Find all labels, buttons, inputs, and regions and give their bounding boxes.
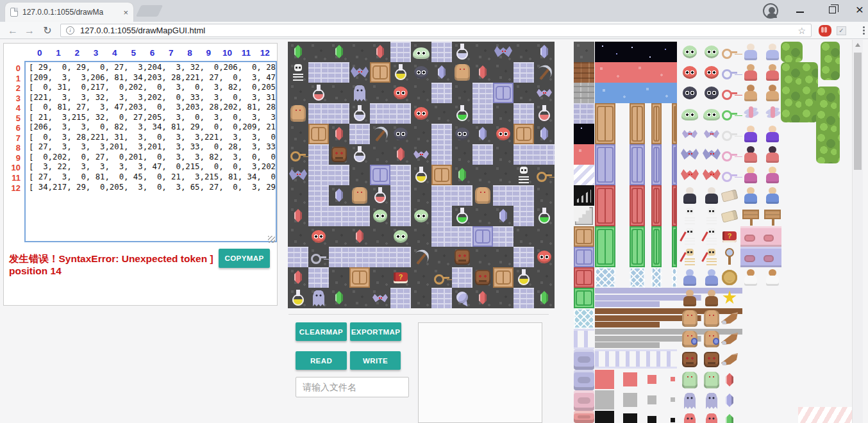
palette-tile-blue-robot-skeleton[interactable] [680,267,700,288]
map-tile-purple-brick-wall[interactable] [349,247,370,267]
map-tile-gray-ball-monster[interactable] [411,62,431,83]
map-tile-purple-brick-wall[interactable] [493,226,513,247]
browser-tab[interactable]: 127.0.0.1:1055/drawMa × [5,3,133,22]
map-tile-dark-stone-floor[interactable] [534,267,555,288]
map-tile-red-ball-monster[interactable] [411,103,431,124]
map-tile-dark-stone-floor[interactable] [472,42,493,62]
palette-tile-brown-wing[interactable] [719,349,740,370]
palette-tile-red-ground-strip[interactable] [595,62,677,83]
map-tile-purple-brick-wall[interactable] [329,62,349,83]
map-tile-purple-brick-wall[interactable] [308,62,329,83]
palette-tile-lattice-8[interactable] [672,267,677,288]
palette-tile-dark-stone-tile[interactable] [574,42,594,62]
map-tile-purple-gem[interactable] [534,124,555,144]
close-button[interactable]: × [845,0,868,19]
map-tile-purple-brick-wall[interactable] [513,62,534,83]
scrollbar-thumb[interactable] [854,53,862,170]
map-tile-green-potion[interactable] [534,206,555,226]
palette-tile-purple-double-door-8[interactable] [672,144,677,185]
map-tile-stone-face-totem[interactable] [472,267,493,288]
map-tile-green-gem[interactable] [288,42,308,62]
palette-tile-purple-double-door-16[interactable] [651,144,662,185]
map-tile-dark-stone-floor[interactable] [411,124,431,144]
map-tile-golem[interactable] [349,185,370,206]
map-tile-red-gem[interactable] [472,288,493,308]
palette-tile-brown-warrior[interactable] [762,83,783,103]
palette-tile-white-key[interactable] [719,124,740,144]
map-tile-purple-brick-wall[interactable] [308,267,329,288]
map-tile-dark-stone-floor[interactable] [534,185,555,206]
map-tile-dark-stone-floor[interactable] [349,165,370,185]
palette-tile-skeleton[interactable] [680,206,700,226]
palette-tile-purple-king[interactable] [762,165,783,185]
palette-tile-brown-wing[interactable] [719,329,740,349]
map-tile-purple-brick-wall[interactable] [370,103,390,124]
map-tile-small-bat[interactable] [370,288,390,308]
map-tile-ghost[interactable] [308,288,329,308]
map-tile-dark-stone-floor[interactable] [288,83,308,103]
map-tile-pickaxe[interactable] [370,124,390,144]
map-tile-purple-door[interactable] [493,83,513,103]
palette-tile-blue-elder[interactable] [762,42,783,62]
extension-icon-red[interactable] [819,25,831,37]
map-tile-dark-stone-floor[interactable] [329,267,349,288]
palette-tile-dark-ball-monster[interactable] [680,83,700,103]
map-tile-stone-face-totem[interactable] [452,247,472,267]
map-tile-purple-brick-wall[interactable] [493,185,513,206]
map-tile-purple-door[interactable] [472,226,493,247]
map-tile-purple-gem[interactable] [493,206,513,226]
palette-tile-red-ground-tile[interactable] [574,144,594,165]
map-tile-red-gem[interactable] [288,267,308,288]
map-tile-dark-stone-floor[interactable] [370,83,390,103]
palette-tile-purple-brick-tile[interactable] [574,103,594,124]
map-tile-pickaxe[interactable] [534,62,555,83]
map-tile-wooden-door[interactable] [493,267,513,288]
palette-tile-wooden-sign[interactable] [740,206,761,226]
map-tile-purple-brick-wall[interactable] [390,42,411,62]
palette-tile-green-double-door-8[interactable] [672,226,677,267]
palette-tile-red-gem[interactable] [719,370,740,390]
palette-tile-green-door-tile[interactable] [574,288,594,308]
map-tile-dark-stone-floor[interactable] [288,124,308,144]
palette-tile-red-question-book[interactable]: ? [719,226,740,247]
palette-tile-brown-warrior[interactable] [740,83,761,103]
map-tile-small-bat[interactable] [534,83,555,103]
menu-icon[interactable] [858,25,868,37]
map-tile-purple-brick-wall[interactable] [472,103,493,124]
map-tile-purple-brick-wall[interactable] [431,185,452,206]
map-tile-pickaxe[interactable] [411,247,431,267]
copymap-button[interactable]: COPYMAP [219,249,270,268]
palette-tile-small-bat[interactable] [680,124,700,144]
map-tile-golem[interactable] [452,62,472,83]
palette-tile-tan-skeleton-warrior[interactable] [680,247,700,267]
map-tile-purple-brick-wall[interactable] [329,247,349,267]
palette-tile-lavender-key[interactable] [719,62,740,83]
map-tile-silver-key[interactable] [308,247,329,267]
map-tile-dark-stone-floor[interactable] [493,103,513,124]
palette-tile-bar-chart-tile[interactable] [574,185,594,206]
map-tile-clear-potion[interactable] [452,42,472,62]
palette-tile-red-ball-monster[interactable] [680,62,700,83]
palette-tile-tan-door-tile[interactable] [574,226,594,247]
palette-tile-green-double-door-24[interactable] [630,226,645,267]
map-tile-purple-brick-wall[interactable] [390,288,411,308]
map-tile-green-potion[interactable] [452,206,472,226]
map-tile-purple-brick-wall[interactable] [308,185,329,206]
map-tile-golem[interactable] [288,103,308,124]
palette-tile-pink-face-wall[interactable] [740,226,781,247]
map-tile-big-bat[interactable] [349,62,370,83]
map-tile-red-potion[interactable] [370,185,390,206]
palette-tile-purple-wizard[interactable] [762,124,783,144]
map-tile-purple-gem[interactable] [534,42,555,62]
filename-input[interactable] [296,377,409,397]
palette-tile-red-size-squares[interactable] [595,370,678,389]
palette-tile-red-dwarf[interactable] [740,62,761,83]
map-tile-dark-stone-floor[interactable] [288,226,308,247]
map-tile-yellow-potion[interactable] [288,288,308,308]
map-tile-dark-stone-floor[interactable] [411,288,431,308]
map-tile-wooden-door[interactable] [513,124,534,144]
map-tile-purple-brick-wall[interactable] [534,144,555,165]
map-tile-golem[interactable] [472,185,493,206]
palette-tile-gray-stone-tile[interactable] [574,83,594,103]
palette-tile-red-dwarf[interactable] [762,62,783,83]
